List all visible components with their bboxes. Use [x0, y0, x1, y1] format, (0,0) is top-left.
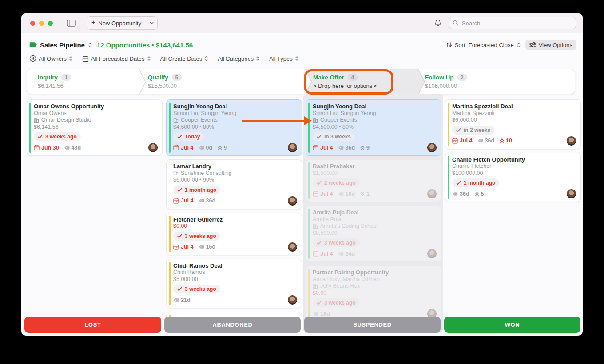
opportunity-card[interactable]: Sungjin Yeong Deal Simon Liu, Sungjin Ye…	[306, 99, 441, 156]
calendar-icon	[173, 198, 179, 204]
card-forecast-date-text: Jul 4	[181, 145, 194, 151]
pipeline-selector[interactable]: Sales Pipeline	[29, 41, 92, 49]
close-window-button[interactable]	[30, 21, 35, 26]
stage-separator	[139, 69, 146, 94]
filter-all-categories[interactable]: All Categories	[218, 55, 260, 62]
card-days-tag: 16d	[199, 244, 216, 250]
card-title: Amrita Puja Deal	[313, 209, 437, 216]
card-footer: Jul 4 16d	[173, 242, 297, 252]
sidebar-toggle-icon[interactable]	[67, 20, 76, 27]
pipeline-flag-icon	[29, 42, 37, 47]
person-circle-icon	[29, 55, 36, 62]
building-icon	[173, 170, 179, 176]
card-company-name: Cooper Events	[320, 117, 357, 124]
card-value: $4,500.00 • 80%	[173, 124, 297, 131]
opportunity-card[interactable]: Sungjin Yeong Deal Simon Liu, Sungjin Ye…	[166, 99, 302, 156]
card-forecast-date: Jul 4	[313, 145, 333, 151]
card-days-tag: 16d	[338, 191, 355, 197]
suspended-drop-button[interactable]: SUSPENDED	[304, 317, 441, 333]
card-company: Sunshine Consulting	[173, 170, 297, 177]
card-forecast-date: Jul 4	[173, 244, 194, 250]
double-chevron-icon	[360, 145, 365, 150]
card-activity-text: 3 weeks ago	[45, 134, 77, 140]
check-icon	[317, 181, 322, 185]
card-forecast-date-text: Jun 30	[41, 145, 59, 151]
filter-all-owners[interactable]: All Owners	[29, 55, 73, 62]
card-priority-count: 10	[506, 138, 512, 144]
card-forecast-date-text: Jul 4	[460, 138, 473, 144]
new-opportunity-button[interactable]: + New Opportunity	[87, 16, 158, 30]
minimize-window-button[interactable]	[39, 21, 44, 26]
card-activity-pill: 3 weeks ago	[34, 132, 81, 141]
card-value: $0.00	[173, 223, 297, 230]
card-value: $1,500.00	[313, 170, 437, 177]
calendar-icon	[313, 191, 318, 197]
tag-icon	[173, 298, 179, 302]
card-priority: 9	[360, 145, 370, 151]
tag-icon	[199, 146, 204, 150]
card-days-tag: 36d	[477, 138, 495, 144]
card-days-tag: 36d	[199, 198, 216, 204]
stage-count-badge: 2	[457, 74, 467, 81]
sort-control[interactable]: Sort: Forecasted Close	[446, 42, 521, 48]
filter-all-create-dates[interactable]: All Create Dates	[160, 55, 209, 62]
filter-label: All Create Dates	[160, 55, 203, 62]
card-activity-text: in 3 weeks	[324, 134, 351, 140]
card-footer: Jul 4 0d 9	[173, 143, 297, 152]
opportunity-card[interactable]: Fletcher Gutierrez $0.00 3 weeks ago Jul…	[166, 213, 302, 255]
zoom-window-button[interactable]	[48, 21, 53, 26]
filter-label: All Categories	[218, 55, 254, 62]
filter-all-types[interactable]: All Types	[269, 55, 299, 62]
chevron-up-down-icon	[256, 56, 260, 61]
card-value: $6,141.56	[34, 124, 158, 131]
filter-bar: All Owners All Forecasted Dates All Crea…	[29, 54, 299, 63]
search-input[interactable]	[449, 17, 576, 29]
filter-label: All Owners	[39, 55, 67, 62]
opportunity-card[interactable]: Martina Spezzioli Deal Martina Spezzioli…	[445, 99, 581, 149]
card-days-text: 16d	[320, 311, 330, 317]
pipeline-name: Sales Pipeline	[40, 41, 85, 49]
card-footer: 21d	[173, 295, 297, 305]
card-priority-count: 9	[224, 145, 227, 151]
stage-inquiry[interactable]: Inquiry1 $6,141.56	[38, 74, 71, 89]
opportunity-card[interactable]: Chidi Ramos Deal Chidi Ramos $5,000.00 3…	[166, 259, 302, 309]
card-days-text: 36d	[460, 191, 469, 197]
card-days-text: 16d	[206, 244, 216, 250]
new-opportunity-dropdown[interactable]	[146, 22, 157, 24]
opportunity-card[interactable]: Charlie Fletch Opportunity Charlie Fletc…	[445, 153, 581, 202]
lost-drop-button[interactable]: LOST	[24, 317, 161, 333]
opportunity-card[interactable]: Partner Pairing Opportunity Anna Roxy, M…	[306, 265, 441, 322]
filter-all-forecasted-dates[interactable]: All Forecasted Dates	[82, 55, 151, 62]
check-icon	[177, 135, 182, 139]
card-title: Martina Spezzioli Deal	[452, 103, 576, 110]
opportunity-card[interactable]: Omar Owens Opportunity Omar Owens Omar D…	[27, 99, 163, 156]
tag-icon	[313, 312, 318, 316]
check-icon	[177, 188, 182, 192]
check-icon	[38, 135, 43, 139]
card-value: $6,000.00	[452, 117, 576, 124]
double-chevron-icon	[474, 191, 480, 197]
opportunity-card[interactable]: Rashi Prabakar $1,500.00 2 weeks ago Jul…	[306, 159, 441, 202]
tag-icon	[477, 138, 483, 143]
building-icon	[313, 284, 318, 289]
card-days-text: 16d	[346, 191, 355, 197]
opportunity-card[interactable]: Amrita Puja Deal Amrita Puja Amrita's Co…	[306, 206, 441, 262]
calendar-icon	[34, 145, 40, 150]
opportunity-card[interactable]: Lamar Landry Sunshine Consulting $6,000.…	[166, 159, 302, 209]
notifications-bell-icon[interactable]	[434, 19, 442, 27]
card-title: Partner Pairing Opportunity	[313, 269, 437, 276]
stage-follow-up[interactable]: Follow Up2 $106,000.00	[425, 74, 467, 89]
stage-qualify[interactable]: Qualify5 $15,500.00	[148, 74, 182, 89]
tag-icon	[338, 192, 344, 196]
search-icon	[453, 20, 458, 26]
check-icon	[317, 241, 322, 245]
drag-arrow-head	[304, 116, 312, 125]
view-options-button[interactable]: View Options	[525, 40, 576, 50]
double-chevron-icon	[217, 145, 223, 150]
building-icon	[173, 118, 179, 123]
won-drop-button[interactable]: WON	[444, 317, 580, 333]
card-priority: 10	[499, 138, 512, 144]
chevron-down-icon	[150, 22, 154, 24]
abandoned-drop-button[interactable]: ABANDONED	[164, 317, 301, 333]
card-company: Jelly Beans Rox	[313, 283, 437, 290]
